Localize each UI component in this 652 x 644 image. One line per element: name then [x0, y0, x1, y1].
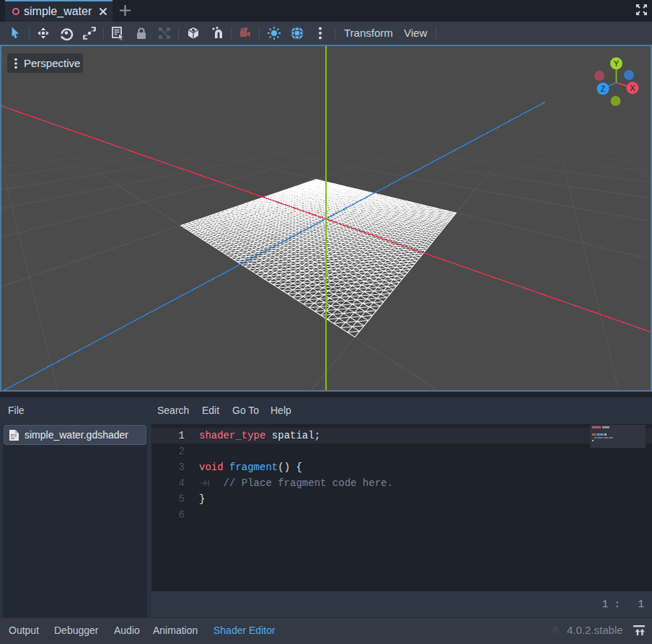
svg-text:X: X [630, 84, 635, 92]
svg-text:Z: Z [601, 84, 606, 93]
svg-text:Y: Y [614, 59, 620, 68]
